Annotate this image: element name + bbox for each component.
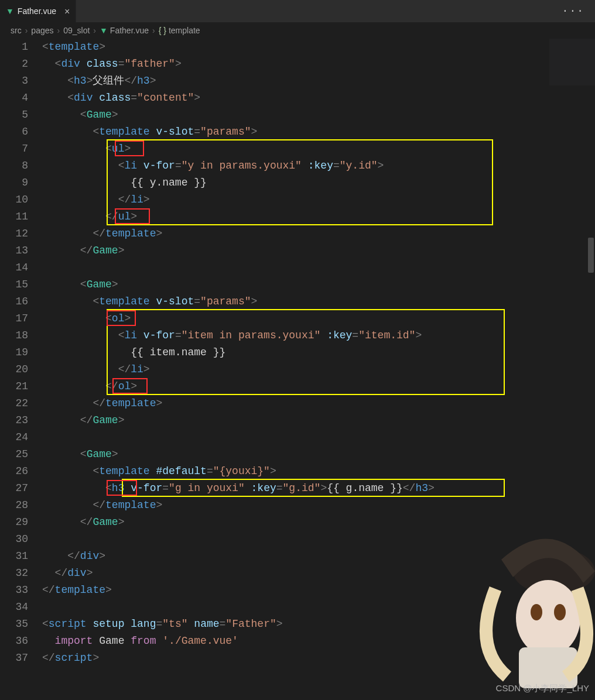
code-line[interactable]: </ul>: [42, 208, 542, 225]
line-number: 20: [0, 361, 28, 378]
code-line[interactable]: </li>: [42, 361, 542, 378]
line-number: 18: [0, 327, 28, 344]
scrollbar[interactable]: [587, 39, 595, 700]
line-number: 13: [0, 242, 28, 259]
chevron-right-icon: ›: [56, 22, 61, 39]
code-line[interactable]: </Game>: [42, 412, 542, 429]
line-number: 26: [0, 463, 28, 480]
code-line[interactable]: </li>: [42, 191, 542, 208]
line-number: 6: [0, 123, 28, 140]
line-number: 10: [0, 191, 28, 208]
breadcrumb: src› pages› 09_slot› ▼ Father.vue› { } t…: [0, 22, 595, 39]
chevron-right-icon: ›: [151, 22, 156, 39]
code-line[interactable]: <ul>: [42, 140, 542, 157]
code-line[interactable]: <h3>父组件</h3>: [42, 73, 542, 90]
code-line[interactable]: </template>: [42, 497, 542, 514]
code-editor[interactable]: 1234567891011121314151617181920212223242…: [0, 39, 595, 700]
code-line[interactable]: <Game>: [42, 276, 542, 293]
line-number: 29: [0, 514, 28, 531]
code-line[interactable]: [42, 531, 542, 548]
code-line[interactable]: </Game>: [42, 242, 542, 259]
crumb[interactable]: 09_slot: [63, 22, 90, 39]
line-number: 7: [0, 140, 28, 157]
code-line[interactable]: [42, 259, 542, 276]
chevron-right-icon: ›: [24, 22, 29, 39]
line-number: 35: [0, 616, 28, 633]
code-line[interactable]: <Game>: [42, 446, 542, 463]
line-number: 31: [0, 548, 28, 565]
crumb[interactable]: template: [169, 22, 200, 39]
editor-tabbar: ▼ Father.vue × ···: [0, 0, 595, 22]
code-line[interactable]: </ol>: [42, 378, 542, 395]
scrollbar-thumb[interactable]: [588, 238, 594, 273]
code-line[interactable]: </script>: [42, 650, 542, 667]
tab-filename: Father.vue: [18, 3, 56, 20]
code-line[interactable]: <script setup lang="ts" name="Father">: [42, 616, 542, 633]
code-line[interactable]: <li v-for="y in params.youxi" :key="y.id…: [42, 157, 542, 174]
line-number: 17: [0, 310, 28, 327]
line-number: 11: [0, 208, 28, 225]
code-line[interactable]: <template #default="{youxi}">: [42, 463, 542, 480]
code-line[interactable]: <template v-slot="params">: [42, 293, 542, 310]
line-number: 37: [0, 650, 28, 667]
line-number: 15: [0, 276, 28, 293]
code-line[interactable]: import Game from './Game.vue': [42, 633, 542, 650]
code-line[interactable]: </div>: [42, 548, 542, 565]
file-tab[interactable]: ▼ Father.vue ×: [0, 0, 76, 22]
code-line[interactable]: </Game>: [42, 514, 542, 531]
code-area[interactable]: <template> <div class="father"> <h3>父组件<…: [42, 39, 595, 700]
code-line[interactable]: <li v-for="item in params.youxi" :key="i…: [42, 327, 542, 344]
code-line[interactable]: [42, 599, 542, 616]
line-number: 32: [0, 565, 28, 582]
line-number: 23: [0, 412, 28, 429]
close-icon[interactable]: ×: [64, 3, 70, 20]
tab-overflow-menu[interactable]: ···: [552, 3, 595, 20]
code-line[interactable]: <h3 v-for="g in youxi" :key="g.id">{{ g.…: [42, 480, 542, 497]
line-number: 12: [0, 225, 28, 242]
line-number: 36: [0, 633, 28, 650]
line-number: 22: [0, 395, 28, 412]
line-number: 30: [0, 531, 28, 548]
code-line[interactable]: </template>: [42, 225, 542, 242]
line-number: 19: [0, 344, 28, 361]
code-line[interactable]: {{ item.name }}: [42, 344, 542, 361]
code-line[interactable]: <template v-slot="params">: [42, 123, 542, 140]
code-line[interactable]: <template>: [42, 39, 542, 56]
line-number: 8: [0, 157, 28, 174]
line-number: 33: [0, 582, 28, 599]
line-number: 34: [0, 599, 28, 616]
crumb[interactable]: src: [11, 22, 22, 39]
line-number-gutter: 1234567891011121314151617181920212223242…: [0, 39, 42, 700]
code-line[interactable]: </div>: [42, 565, 542, 582]
object-icon: { }: [159, 22, 166, 39]
code-line[interactable]: <div class="father">: [42, 56, 542, 73]
crumb[interactable]: Father.vue: [110, 22, 149, 39]
line-number: 27: [0, 480, 28, 497]
line-number: 28: [0, 497, 28, 514]
watermark: CSDN @小李同学_LHY: [496, 680, 589, 696]
line-number: 1: [0, 39, 28, 56]
crumb[interactable]: pages: [31, 22, 53, 39]
line-number: 3: [0, 73, 28, 90]
vue-icon: ▼: [6, 3, 14, 20]
line-number: 16: [0, 293, 28, 310]
line-number: 25: [0, 446, 28, 463]
code-line[interactable]: </template>: [42, 582, 542, 599]
vue-icon: ▼: [100, 22, 108, 39]
line-number: 5: [0, 107, 28, 123]
line-number: 2: [0, 56, 28, 73]
line-number: 4: [0, 90, 28, 107]
line-number: 9: [0, 174, 28, 191]
line-number: 14: [0, 259, 28, 276]
code-line[interactable]: <div class="content">: [42, 90, 542, 107]
line-number: 24: [0, 429, 28, 446]
code-line[interactable]: </template>: [42, 395, 542, 412]
code-line[interactable]: [42, 429, 542, 446]
code-line[interactable]: <ol>: [42, 310, 542, 327]
code-line[interactable]: <Game>: [42, 107, 542, 123]
chevron-right-icon: ›: [92, 22, 97, 39]
code-line[interactable]: {{ y.name }}: [42, 174, 542, 191]
line-number: 21: [0, 378, 28, 395]
